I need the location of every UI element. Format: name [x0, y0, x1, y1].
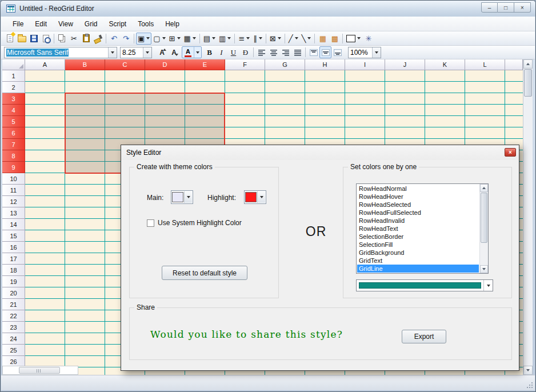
row-header-15[interactable]: 15 [2, 230, 25, 242]
highlight-color-dropdown-icon[interactable] [257, 191, 265, 203]
font-color-dropdown-icon[interactable] [194, 47, 201, 58]
menu-file[interactable]: File [7, 18, 29, 30]
style-list-item[interactable]: RowHeadFullSelected [357, 209, 479, 217]
row-header-7[interactable]: 7 [2, 139, 25, 150]
align-center-button[interactable] [267, 46, 279, 58]
menu-edit[interactable]: Edit [29, 18, 53, 30]
style-list-item[interactable]: RowHeadInvalid [357, 217, 479, 225]
row-header-10[interactable]: 10 [2, 173, 25, 185]
column-header-K[interactable]: K [425, 59, 465, 70]
column-header-H[interactable]: H [305, 59, 345, 70]
row-header-16[interactable]: 16 [2, 242, 25, 253]
cell-border-all-button[interactable]: ⊞ [167, 33, 182, 45]
menu-tools[interactable]: Tools [132, 18, 159, 30]
column-header-L[interactable]: L [465, 59, 505, 70]
column-header-D[interactable]: D [145, 59, 185, 70]
list-scroll-thumb[interactable] [481, 193, 487, 243]
main-color-dropdown-icon[interactable] [184, 191, 192, 203]
font-color-button[interactable]: A [182, 46, 202, 58]
align-left-button[interactable] [255, 46, 267, 58]
zoom-combo[interactable]: 100% [348, 47, 381, 58]
redo-button[interactable]: ↷ [120, 33, 132, 45]
row-header-1[interactable]: 1 [2, 70, 25, 82]
column-header-J[interactable]: J [385, 59, 425, 70]
increase-font-button[interactable]: A [156, 46, 168, 58]
valign-bottom-button[interactable] [331, 46, 343, 58]
print-preview-button[interactable] [40, 33, 52, 45]
style-list-item[interactable]: SelectionFill [357, 241, 479, 249]
cell-border-outline-button[interactable]: ▢ [151, 33, 167, 45]
menu-script[interactable]: Script [103, 18, 133, 30]
column-header-I[interactable]: I [345, 59, 385, 70]
row-header-8[interactable]: 8 [2, 150, 25, 162]
decrease-font-button[interactable]: A [168, 46, 180, 58]
maximize-button[interactable]: □ [498, 2, 514, 13]
strikethrough-button[interactable]: Đ [239, 46, 251, 58]
dialog-close-button[interactable]: × [505, 148, 516, 157]
system-highlight-row[interactable]: Use System Highlight Color [147, 219, 242, 227]
cell-border-thick-button[interactable]: ▣ [136, 33, 151, 45]
row-header-13[interactable]: 13 [2, 207, 25, 219]
style-list-item[interactable]: GridText [357, 257, 479, 265]
row-header-22[interactable]: 22 [2, 310, 25, 322]
row-header-24[interactable]: 24 [2, 333, 25, 345]
menu-view[interactable]: View [53, 18, 79, 30]
horizontal-scrollbar[interactable] [2, 366, 78, 375]
font-name-combo[interactable]: Microsoft Sans Serif [4, 47, 117, 58]
style-list-item[interactable]: RowHeadText [357, 225, 479, 233]
style-list-item[interactable]: RowHeadNormal [357, 185, 479, 193]
font-size-dropdown-icon[interactable] [143, 47, 151, 58]
bold-button[interactable]: B [203, 46, 215, 58]
paste-button[interactable] [80, 33, 92, 45]
underline-button[interactable]: U [227, 46, 239, 58]
merge-cells-button[interactable]: ▦ [317, 33, 329, 45]
vertical-scrollbar[interactable] [523, 59, 533, 375]
row-header-12[interactable]: 12 [2, 196, 25, 207]
list-scroll-down-icon[interactable] [480, 265, 488, 273]
row-header-3[interactable]: 3 [2, 93, 25, 105]
cut-button[interactable]: ✂ [68, 33, 80, 45]
style-list-item[interactable]: SelectionBorder [357, 233, 479, 241]
scroll-down-icon[interactable] [523, 366, 533, 375]
zoom-dropdown-icon[interactable] [372, 47, 381, 58]
highlight-color-combo[interactable] [244, 190, 266, 204]
font-size-combo[interactable]: 8.25 [120, 47, 152, 58]
column-header-G[interactable]: G [265, 59, 305, 70]
column-header-C[interactable]: C [105, 59, 145, 70]
row-header-11[interactable]: 11 [2, 185, 25, 196]
border-vertical-button[interactable]: ∥ [251, 33, 264, 45]
row-header-9[interactable]: 9 [2, 162, 25, 173]
style-list-item[interactable]: GridBackground [357, 249, 479, 257]
row-header-20[interactable]: 20 [2, 287, 25, 299]
border-cols-button[interactable]: ▥ [217, 33, 233, 45]
export-button[interactable]: Export [402, 330, 446, 343]
copy-button[interactable] [56, 33, 68, 45]
border-color-picker-button[interactable] [345, 33, 362, 45]
row-header-5[interactable]: 5 [2, 116, 25, 127]
row-header-18[interactable]: 18 [2, 265, 25, 276]
main-color-combo[interactable] [171, 190, 193, 204]
border-diagonal-up-button[interactable]: ╱ [287, 33, 300, 45]
close-button[interactable]: × [514, 2, 531, 13]
undo-button[interactable]: ↶ [108, 33, 120, 45]
vertical-scroll-thumb[interactable] [524, 69, 532, 97]
resize-grip[interactable] [526, 381, 533, 388]
style-list-item[interactable]: RowHeadHover [357, 193, 479, 201]
border-horizontal-button[interactable]: ≡ [237, 33, 251, 45]
valign-top-button[interactable] [307, 46, 319, 58]
row-header-21[interactable]: 21 [2, 299, 25, 310]
settings-button[interactable]: ✳ [362, 33, 374, 45]
row-header-25[interactable]: 25 [2, 345, 25, 356]
scroll-up-icon[interactable] [523, 59, 533, 69]
reset-style-button[interactable]: Reset to default style [162, 266, 247, 280]
list-scrollbar[interactable] [479, 184, 488, 273]
row-header-23[interactable]: 23 [2, 322, 25, 333]
cell-style-button[interactable]: ▩ [329, 33, 341, 45]
open-file-button[interactable] [16, 33, 28, 45]
row-header-2[interactable]: 2 [2, 82, 25, 93]
horizontal-scroll-thumb[interactable] [19, 367, 60, 374]
new-file-button[interactable] [4, 33, 16, 45]
cell-border-inside-button[interactable]: ▦ [182, 33, 198, 45]
column-header-F[interactable]: F [225, 59, 265, 70]
align-justify-button[interactable] [291, 46, 303, 58]
